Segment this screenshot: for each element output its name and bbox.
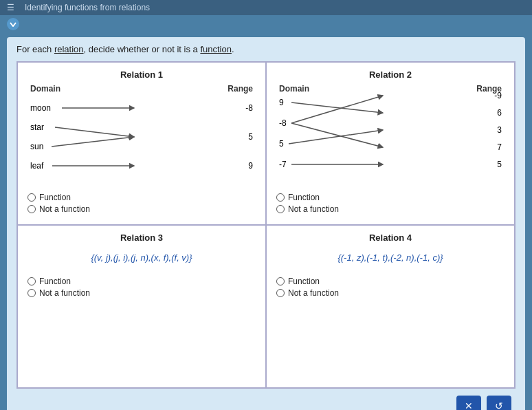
relation1-notfunction-label: Not a function xyxy=(39,204,90,214)
relation1-function-option[interactable]: Function xyxy=(27,193,256,202)
relation1-notfunction-radio[interactable] xyxy=(27,205,36,213)
relation4-function-label: Function xyxy=(288,277,320,286)
menu-icon: ☰ xyxy=(7,3,19,12)
relation1-cell: Relation 1 Domain Range moon star sun le… xyxy=(17,62,266,225)
relation2-function-label: Function xyxy=(288,193,320,202)
relation4-function-radio[interactable] xyxy=(276,277,285,285)
relation-underline: relation xyxy=(54,44,84,54)
relation4-cell: Relation 4 {(-1, z),(-1, t),(-2, n),(-1,… xyxy=(266,225,515,388)
svg-line-1 xyxy=(55,127,134,137)
relation4-notfunction-radio[interactable] xyxy=(276,289,285,297)
main-panel: For each relation, decide whether or not… xyxy=(7,37,525,410)
top-bar: ☰ Identifying functions from relations xyxy=(0,0,532,15)
relation4-notfunction-option[interactable]: Not a function xyxy=(276,288,505,298)
relation3-set-area: {(v, j),(j, i),(j, n),(x, f),(f, v)} xyxy=(27,252,256,263)
relation3-function-radio[interactable] xyxy=(27,277,36,285)
relation4-set: {(-1, z),(-1, t),(-2, n),(-1, c)} xyxy=(337,252,443,263)
relation1-svg xyxy=(27,84,256,187)
relation2-function-radio[interactable] xyxy=(276,193,285,202)
undo-button[interactable]: ↺ xyxy=(487,396,511,410)
relation2-notfunction-option[interactable]: Not a function xyxy=(276,204,505,214)
relation3-notfunction-radio[interactable] xyxy=(27,289,36,297)
relation1-notfunction-option[interactable]: Not a function xyxy=(27,204,256,214)
relation2-notfunction-radio[interactable] xyxy=(276,205,285,213)
relation3-cell: Relation 3 {(v, j),(j, i),(j, n),(x, f),… xyxy=(17,225,266,388)
relation2-function-option[interactable]: Function xyxy=(276,193,505,202)
relation1-function-label: Function xyxy=(39,193,71,202)
relation3-notfunction-label: Not a function xyxy=(39,288,90,298)
svg-line-6 xyxy=(291,123,383,147)
relation2-svg xyxy=(276,84,505,187)
relation2-cell: Relation 2 Domain Range 9 -8 5 -7 -9 6 3… xyxy=(266,62,515,225)
collapse-button[interactable] xyxy=(7,18,19,30)
relation3-radio-group: Function Not a function xyxy=(27,277,256,298)
relation2-title: Relation 2 xyxy=(276,69,505,80)
relation1-radio-group: Function Not a function xyxy=(27,193,256,214)
relations-grid: Relation 1 Domain Range moon star sun le… xyxy=(16,61,516,389)
bottom-buttons: ✕ ↺ xyxy=(16,396,516,410)
relation4-radio-group: Function Not a function xyxy=(276,277,505,298)
relation3-function-option[interactable]: Function xyxy=(27,277,256,286)
function-underline: function xyxy=(200,44,232,54)
relation2-notfunction-label: Not a function xyxy=(288,204,339,214)
relation4-set-area: {(-1, z),(-1, t),(-2, n),(-1, c)} xyxy=(276,252,505,263)
relation3-notfunction-option[interactable]: Not a function xyxy=(27,288,256,298)
relation4-title: Relation 4 xyxy=(276,233,505,243)
relation2-radio-group: Function Not a function xyxy=(276,193,505,214)
svg-line-4 xyxy=(291,102,383,113)
relation1-function-radio[interactable] xyxy=(27,193,36,202)
relation3-function-label: Function xyxy=(39,277,71,286)
relation4-notfunction-label: Not a function xyxy=(288,288,339,298)
top-bar-title: Identifying functions from relations xyxy=(25,3,150,12)
relation3-set: {(v, j),(j, i),(j, n),(x, f),(f, v)} xyxy=(91,252,192,263)
svg-line-2 xyxy=(52,137,134,147)
instruction-text: For each relation, decide whether or not… xyxy=(16,44,516,54)
relation1-title: Relation 1 xyxy=(27,69,256,80)
svg-line-7 xyxy=(289,130,383,144)
relation3-title: Relation 3 xyxy=(27,233,256,243)
close-button[interactable]: ✕ xyxy=(456,396,481,410)
svg-line-5 xyxy=(291,96,383,123)
relation4-function-option[interactable]: Function xyxy=(276,277,505,286)
